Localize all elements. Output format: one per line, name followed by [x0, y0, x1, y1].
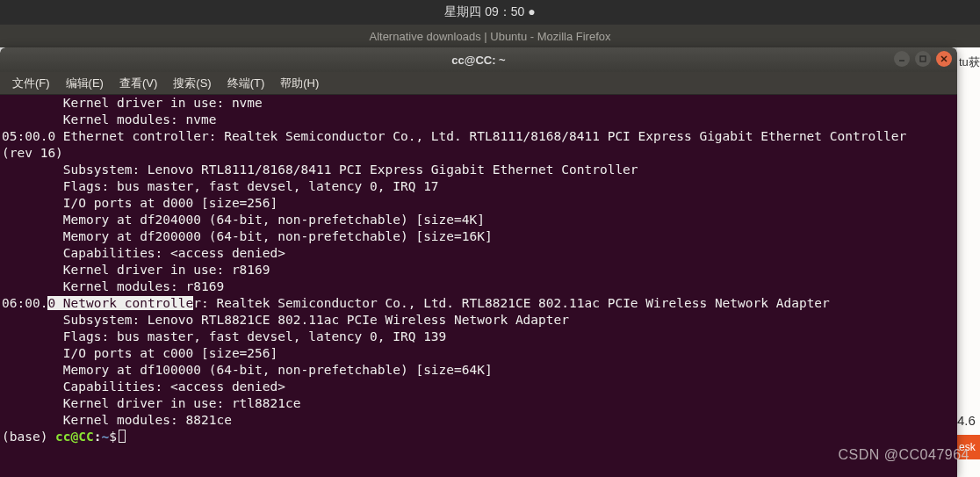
- terminal-line: 05:00.0 Ethernet controller: Realtek Sem…: [2, 128, 955, 145]
- terminal-line: Kernel modules: r8169: [2, 278, 955, 295]
- prompt-colon: :: [94, 430, 102, 444]
- terminal-title-text: cc@CC: ~: [451, 54, 505, 67]
- terminal-window: cc@CC: ~ 文件(F) 编辑(E) 查看(V) 搜索(S) 终端(T) 帮…: [0, 47, 957, 477]
- terminal-line: Kernel modules: 8821ce: [2, 412, 955, 429]
- terminal-line: Flags: bus master, fast devsel, latency …: [2, 178, 955, 195]
- background-window-strip: tu获 4.6 esk: [957, 47, 980, 477]
- terminal-line-highlighted: 06:00.0 Network controller: Realtek Semi…: [2, 295, 955, 312]
- terminal-line: Capabilities: <access denied>: [2, 379, 955, 395]
- terminal-line: Kernel modules: nvme: [2, 112, 955, 128]
- terminal-line: I/O ports at d000 [size=256]: [2, 195, 955, 212]
- window-controls: [894, 51, 952, 67]
- close-button[interactable]: [936, 51, 952, 67]
- terminal-line: I/O ports at c000 [size=256]: [2, 345, 955, 362]
- clock-text: 星期四 09：50 ●: [444, 4, 535, 20]
- menu-term[interactable]: 终端(T): [220, 74, 272, 93]
- prompt-env: (base): [2, 430, 55, 444]
- menu-help[interactable]: 帮助(H): [273, 74, 326, 93]
- terminal-line: Flags: bus master, fast devsel, latency …: [2, 329, 955, 345]
- svg-rect-1: [920, 56, 926, 61]
- menu-file[interactable]: 文件(F): [5, 74, 57, 93]
- terminal-body[interactable]: Kernel driver in use: nvme Kernel module…: [0, 95, 957, 477]
- bg-text-1: tu获: [957, 54, 980, 70]
- terminal-line: Capabilities: <access denied>: [2, 245, 955, 262]
- terminal-line: Subsystem: Lenovo RTL8821CE 802.11ac PCI…: [2, 312, 955, 329]
- terminal-titlebar[interactable]: cc@CC: ~: [0, 47, 957, 72]
- terminal-line: Memory at df200000 (64-bit, non-prefetch…: [2, 228, 955, 245]
- terminal-prompt-line: (base) cc@CC:~$: [2, 429, 955, 445]
- menu-view[interactable]: 查看(V): [112, 74, 164, 93]
- minimize-button[interactable]: [894, 51, 910, 67]
- bg-orange-tag: esk: [957, 435, 980, 459]
- terminal-line: Memory at df204000 (64-bit, non-prefetch…: [2, 212, 955, 228]
- firefox-title-text: Alternative downloads | Ubuntu - Mozilla…: [369, 30, 610, 43]
- terminal-line: Subsystem: Lenovo RTL8111/8168/8411 PCI …: [2, 162, 955, 178]
- firefox-titlebar: Alternative downloads | Ubuntu - Mozilla…: [0, 25, 980, 47]
- terminal-line: (rev 16): [2, 145, 955, 162]
- terminal-menubar: 文件(F) 编辑(E) 查看(V) 搜索(S) 终端(T) 帮助(H): [0, 72, 957, 95]
- hl-prefix: 06:00.: [2, 296, 47, 310]
- menu-edit[interactable]: 编辑(E): [59, 74, 111, 93]
- hl-suffix: r: Realtek Semiconductor Co., Ltd. RTL88…: [193, 296, 830, 310]
- prompt-host: cc@CC: [55, 430, 94, 444]
- prompt-dollar: $: [109, 430, 117, 444]
- terminal-line: Kernel driver in use: r8169: [2, 262, 955, 278]
- menu-search[interactable]: 搜索(S): [166, 74, 218, 93]
- maximize-button[interactable]: [915, 51, 931, 67]
- terminal-line: Kernel driver in use: nvme: [2, 95, 955, 112]
- terminal-line: Kernel driver in use: rtl8821ce: [2, 395, 955, 412]
- selection-highlight: 0 Network controlle: [47, 296, 193, 310]
- gnome-top-panel: 星期四 09：50 ●: [0, 0, 980, 25]
- bg-version: 4.6: [957, 413, 980, 428]
- terminal-cursor: [119, 430, 126, 443]
- prompt-path: ~: [102, 430, 110, 444]
- terminal-line: Memory at df100000 (64-bit, non-prefetch…: [2, 362, 955, 379]
